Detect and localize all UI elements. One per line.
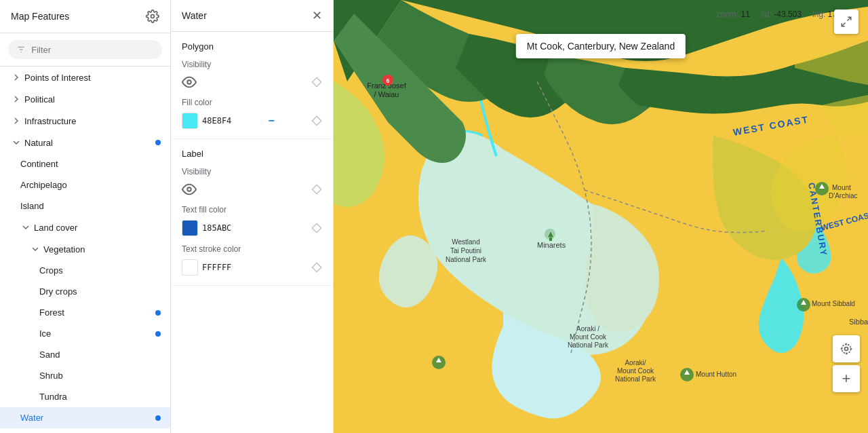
- text-stroke-color-value: FFFFFF: [202, 263, 231, 272]
- sidebar-item-dry-crops[interactable]: Dry crops: [0, 281, 170, 302]
- panel-title: Water: [182, 10, 207, 21]
- polygon-section: Polygon Visibility Fill color 48E8F4 −: [171, 32, 333, 139]
- svg-text:Aoraki/: Aoraki/: [625, 359, 646, 366]
- close-button[interactable]: ✕: [312, 10, 322, 22]
- sidebar-title: Map Features: [11, 11, 69, 22]
- filter-bar: [0, 33, 170, 67]
- fullscreen-icon: [840, 16, 852, 28]
- gear-icon[interactable]: [146, 10, 159, 23]
- sidebar-item-archipelago[interactable]: Archipelago: [0, 174, 170, 195]
- sidebar-item-label: Crops: [39, 265, 63, 276]
- sidebar-item-infrastructure[interactable]: Infrastructure: [0, 110, 170, 132]
- sidebar-item-label: Sand: [39, 350, 60, 360]
- nav-list: Points of Interest Political Infrastruct…: [0, 67, 170, 433]
- text-fill-color-row: 185ABC: [182, 220, 322, 236]
- fill-color-value: 48E8F4: [202, 116, 231, 126]
- svg-point-4: [187, 80, 191, 84]
- svg-line-12: [842, 23, 845, 26]
- eye-icon[interactable]: [182, 75, 197, 90]
- sidebar-item-background[interactable]: Background: [0, 428, 170, 433]
- sidebar-item-natural[interactable]: Natural: [0, 132, 170, 153]
- sidebar-item-label: Tundra: [39, 392, 67, 402]
- text-fill-color-value: 185ABC: [202, 223, 231, 233]
- svg-marker-6: [312, 116, 321, 125]
- sidebar-item-label: Continent: [20, 159, 58, 169]
- fill-color-reset-icon[interactable]: −: [269, 115, 275, 127]
- sidebar-item-shrub[interactable]: Shrub: [0, 365, 170, 386]
- fill-color-swatch-wrap[interactable]: 48E8F4: [182, 113, 231, 129]
- diamond-icon[interactable]: [311, 77, 322, 88]
- text-stroke-color-swatch-wrap[interactable]: FFFFFF: [182, 259, 231, 276]
- location-icon: [840, 342, 853, 356]
- chevron-down-icon: [30, 244, 41, 255]
- text-stroke-color-row: FFFFFF: [182, 259, 322, 276]
- filter-input[interactable]: [31, 45, 154, 55]
- svg-line-11: [848, 17, 851, 20]
- modified-dot: [155, 310, 161, 316]
- chevron-down-icon: [11, 137, 22, 148]
- text-fill-color-swatch-wrap[interactable]: 185ABC: [182, 220, 231, 236]
- svg-text:/ Waiau: / Waiau: [374, 90, 399, 98]
- feature-panel: Water ✕ Polygon Visibility Fill color 48…: [171, 0, 334, 433]
- sidebar-item-crops[interactable]: Crops: [0, 260, 170, 281]
- diamond-icon[interactable]: [311, 184, 322, 195]
- svg-text:National Park: National Park: [615, 375, 656, 383]
- sidebar-item-forest[interactable]: Forest: [0, 302, 170, 323]
- diamond-icon[interactable]: [311, 115, 322, 126]
- map-svg: WEST COAST CANTERBURY WEST COAST CANTERB…: [334, 0, 868, 433]
- zoom-value: 11: [741, 10, 750, 19]
- sidebar-item-points-of-interest[interactable]: Points of Interest: [0, 67, 170, 88]
- zoom-in-button[interactable]: +: [833, 365, 860, 392]
- text-fill-color-label: Text fill color: [182, 205, 322, 214]
- fill-color-label: Fill color: [182, 98, 322, 107]
- sidebar-item-tundra[interactable]: Tundra: [0, 386, 170, 407]
- sidebar-item-sand[interactable]: Sand: [0, 344, 170, 365]
- label-section-title: Label: [182, 149, 322, 159]
- fill-color-swatch: [182, 113, 198, 129]
- sidebar-item-ice[interactable]: Ice: [0, 323, 170, 344]
- sidebar-item-label: Forest: [39, 307, 64, 318]
- svg-text:Mount: Mount: [832, 184, 851, 191]
- fullscreen-button[interactable]: [834, 10, 859, 34]
- sidebar-item-label: Land cover: [34, 223, 77, 233]
- text-stroke-color-swatch: [182, 259, 198, 276]
- svg-text:6: 6: [386, 77, 389, 84]
- chevron-right-icon: [11, 94, 22, 105]
- sidebar-item-land-cover[interactable]: Land cover: [0, 216, 170, 238]
- sidebar: Map Features Points of Interest Politica…: [0, 0, 171, 433]
- lat-value: -43.503: [774, 10, 802, 19]
- svg-point-28: [545, 229, 555, 240]
- chevron-right-icon: [11, 72, 22, 83]
- sidebar-item-island[interactable]: Island: [0, 195, 170, 216]
- sidebar-item-continent[interactable]: Continent: [0, 153, 170, 174]
- sidebar-header: Map Features: [0, 0, 170, 33]
- map-area: zoom: 11 lat: -43.503 lng: 170.306 Mt Co…: [334, 0, 868, 433]
- svg-text:National Park: National Park: [446, 256, 487, 263]
- sidebar-item-label: Shrub: [39, 371, 63, 381]
- zoom-label: zoom: 11: [717, 10, 750, 19]
- sidebar-item-label: Points of Interest: [24, 73, 91, 83]
- sidebar-item-vegetation[interactable]: Vegetation: [0, 238, 170, 260]
- eye-icon[interactable]: [182, 182, 197, 197]
- modified-dot: [155, 415, 161, 421]
- svg-text:Mount Hutton: Mount Hutton: [696, 371, 736, 378]
- diamond-icon[interactable]: [311, 223, 322, 233]
- svg-text:Mount Cook: Mount Cook: [617, 367, 654, 375]
- filter-input-wrap: [8, 40, 162, 59]
- lat-label: lat: -43.503: [761, 10, 802, 19]
- modified-dot: [155, 331, 161, 337]
- sidebar-item-political[interactable]: Political: [0, 88, 170, 110]
- label-visibility-label: Visibility: [182, 167, 322, 176]
- sidebar-item-water[interactable]: Water: [0, 407, 170, 428]
- sidebar-item-label: Political: [24, 94, 55, 105]
- location-button[interactable]: [833, 335, 860, 362]
- diamond-icon[interactable]: [311, 262, 322, 273]
- modified-dot: [155, 140, 161, 145]
- svg-text:D'Archiac: D'Archiac: [829, 192, 857, 200]
- visibility-label: Visibility: [182, 60, 322, 69]
- svg-marker-8: [312, 185, 321, 193]
- zoom-in-icon: +: [842, 370, 851, 388]
- svg-text:Westland: Westland: [452, 238, 480, 246]
- sidebar-item-label: Archipelago: [20, 180, 67, 190]
- label-visibility-row: [182, 182, 322, 197]
